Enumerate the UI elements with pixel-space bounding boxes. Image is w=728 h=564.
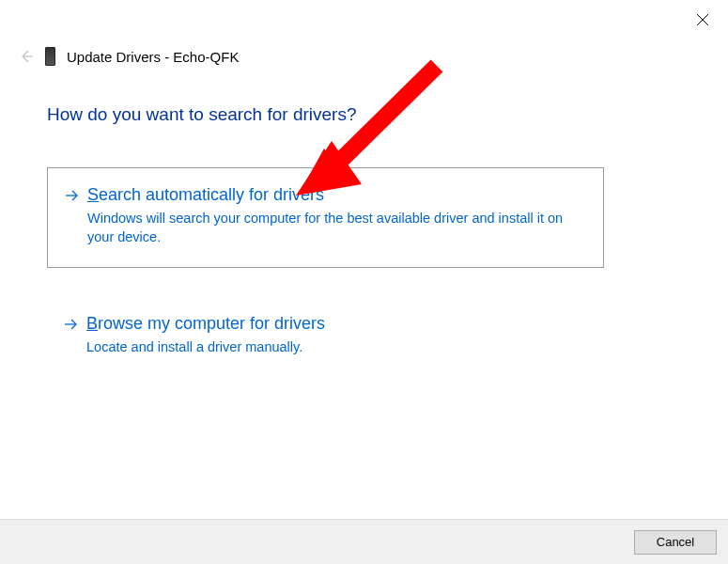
- option-title: Browse my computer for drivers: [86, 314, 325, 334]
- option-search-automatically[interactable]: Search automatically for drivers Windows…: [47, 167, 604, 268]
- page-heading: How do you want to search for drivers?: [47, 104, 357, 125]
- cancel-button[interactable]: Cancel: [634, 530, 717, 555]
- back-arrow-icon: [19, 49, 34, 64]
- arrow-right-icon: [64, 317, 79, 332]
- window-title: Update Drivers - Echo-QFK: [67, 49, 239, 65]
- arrow-right-icon: [65, 188, 80, 203]
- option-description: Windows will search your computer for th…: [87, 210, 585, 246]
- option-description: Locate and install a driver manually.: [86, 338, 584, 357]
- device-icon: [45, 47, 55, 66]
- option-header: Browse my computer for drivers: [64, 314, 587, 334]
- header-row: Update Drivers - Echo-QFK: [19, 47, 239, 66]
- close-icon: [696, 13, 709, 26]
- option-title: Search automatically for drivers: [87, 185, 324, 205]
- close-button[interactable]: [693, 10, 712, 29]
- back-button[interactable]: [19, 49, 34, 64]
- option-browse-computer[interactable]: Browse my computer for drivers Locate an…: [47, 303, 604, 378]
- option-header: Search automatically for drivers: [65, 185, 586, 205]
- footer-bar: Cancel: [0, 519, 728, 564]
